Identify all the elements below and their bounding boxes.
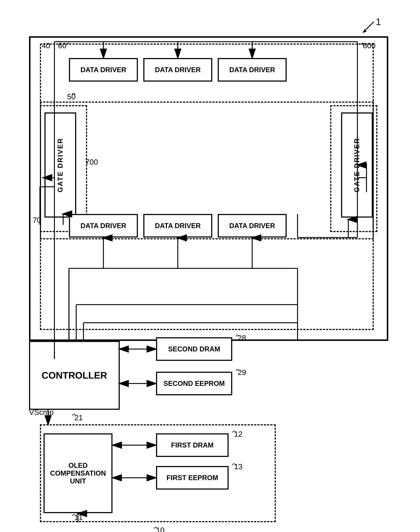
label-28-curve-icon (236, 333, 240, 337)
label-12-curve-icon (232, 429, 236, 433)
label-50-curve-icon (72, 92, 75, 95)
gate-driver-right-text: GATE DRIVER (353, 138, 361, 192)
controller-box: CONTROLLER (29, 341, 120, 410)
label-60: 60 (58, 41, 67, 50)
label-40: 40 (42, 41, 50, 50)
second-eeprom-box: SECOND EEPROM (156, 372, 232, 395)
label-60-curve-icon (67, 41, 70, 45)
first-eeprom-box: FIRST EEPROM (156, 466, 229, 489)
second-dram-box: SECOND DRAM (156, 337, 232, 361)
label-600: 600 (363, 41, 375, 50)
label-70: 70 (33, 216, 41, 225)
data-driver-bot-2: DATA DRIVER (143, 214, 212, 238)
data-driver-bot-3: DATA DRIVER (218, 214, 287, 238)
label-13-curve-icon (232, 462, 236, 466)
label-600-curve-icon (361, 41, 365, 45)
label-29-curve-icon (236, 368, 240, 371)
oled-compensation-box: OLED COMPENSATION UNIT (44, 433, 112, 513)
gate-driver-right: GATE DRIVER (341, 112, 373, 217)
label-11-curve-icon (72, 513, 76, 517)
data-driver-top-3: DATA DRIVER (218, 58, 287, 82)
first-dram-box: FIRST DRAM (156, 433, 229, 457)
gate-driver-left-text: GATE DRIVER (56, 138, 64, 192)
data-driver-top-2: DATA DRIVER (143, 58, 212, 82)
ref1-arrow-icon (359, 18, 381, 36)
diagram-container: 1 40 60 600 DATA DRIVER DATA DRIVER DATA… (18, 14, 399, 522)
label-21-curve-icon (72, 413, 76, 416)
label-10-curve-icon (154, 525, 157, 529)
gate-driver-left: GATE DRIVER (45, 112, 76, 217)
data-driver-top-1: DATA DRIVER (69, 58, 138, 82)
data-driver-bot-1: DATA DRIVER (69, 214, 138, 238)
label-700: 700 (85, 158, 98, 166)
label-vscmp: VScmp (29, 408, 54, 417)
